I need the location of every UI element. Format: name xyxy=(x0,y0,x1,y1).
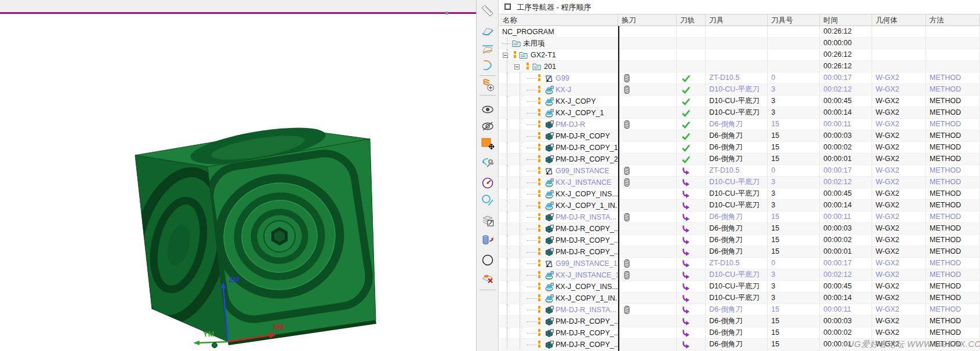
method-cell: METHOD xyxy=(926,292,980,304)
tool-change-icon xyxy=(624,166,630,177)
curve-analysis-icon[interactable] xyxy=(481,58,495,72)
gauge-icon[interactable] xyxy=(481,176,495,190)
tree-row[interactable]: PM-DJ-R_INSTA...D6-倒角刀1500:00:11W-GX2MET… xyxy=(499,211,980,223)
tree-row[interactable]: KX-J_COPY_1_IN...D10-CU-平底刀300:00:14W-GX… xyxy=(499,200,980,211)
tree-expander-minus[interactable] xyxy=(514,64,520,70)
name-cell: PM-DJ-R_COPY_1 xyxy=(499,142,618,153)
toolpath-complete-icon xyxy=(681,120,691,130)
tree-row[interactable]: KX-JD10-CU-平底刀300:02:12W-GX2METHOD xyxy=(499,84,980,96)
op-solid-icon xyxy=(545,306,554,316)
tool-change-cell xyxy=(618,142,677,153)
edit-object-display-icon[interactable] xyxy=(481,155,495,169)
tree-row[interactable]: KX-J_COPYD10-CU-平底刀300:00:45W-GX2METHOD xyxy=(499,96,980,107)
axis-label-zm: ZM xyxy=(228,275,239,284)
tree-row[interactable]: NC_PROGRAM00:26:12 xyxy=(499,26,980,38)
op-mill-icon xyxy=(545,109,554,119)
tree-row[interactable]: PM-DJ-R_COPY_...D6-倒角刀1500:00:02W-GX2MET… xyxy=(499,235,980,246)
geometry-cell xyxy=(872,49,926,61)
toolpath-repost-icon xyxy=(681,178,690,188)
tree-expander-minus[interactable] xyxy=(503,53,508,58)
column-header-7[interactable]: 方法 xyxy=(926,14,980,25)
tree-leader-dots xyxy=(527,194,536,195)
node-label: PM-DJ-R_COPY xyxy=(556,130,610,142)
tree-row[interactable]: PM-DJ-R_INSTA...D6-倒角刀1500:00:11W-GX2MET… xyxy=(499,304,980,316)
toolpath-complete-icon xyxy=(681,109,691,119)
divider-handle[interactable] xyxy=(445,12,448,14)
tool-create-icon[interactable] xyxy=(481,78,495,92)
panel-square-icon[interactable] xyxy=(504,3,511,10)
tree-row[interactable]: 20100:26:12 xyxy=(499,61,980,72)
tool-number-cell: 15 xyxy=(768,211,820,223)
column-header-1[interactable]: 换刀 xyxy=(618,14,677,25)
tree-row[interactable]: 未用项00:00:00 xyxy=(499,38,980,49)
tree-row[interactable]: GX2-T100:26:12 xyxy=(499,49,980,61)
tree-leader-dots xyxy=(527,159,536,160)
tree-row[interactable]: KX-J_COPY_INS...D10-CU-平底刀300:00:45W-GX2… xyxy=(499,188,980,200)
toolpath-status-cell xyxy=(677,200,706,211)
tree-row[interactable]: KX-J_COPY_1_IN...D10-CU-平底刀300:00:14W-GX… xyxy=(499,292,980,304)
tree-row[interactable]: G99_INSTANCE_1ZT-D10.5000:00:17W-GX2METH… xyxy=(499,258,980,269)
tree-leader-dots xyxy=(527,240,536,241)
column-header-2[interactable]: 刀轨 xyxy=(677,14,706,25)
green-part-model: ZM XM YM xyxy=(99,113,400,350)
tree-row[interactable]: KX-J_INSTANCE_1D10-CU-平底刀300:02:12W-GX2M… xyxy=(499,269,980,281)
circle-icon[interactable] xyxy=(481,253,495,267)
tree-row[interactable]: PM-DJ-R_COPY_1D6-倒角刀1500:00:02W-GX2METHO… xyxy=(499,142,980,153)
tool-cell: D6-倒角刀 xyxy=(706,142,768,153)
surface-section-icon[interactable] xyxy=(481,41,495,55)
column-header-3[interactable]: 刀具 xyxy=(706,14,768,25)
column-header-5[interactable]: 时间 xyxy=(820,14,872,25)
tree-leader-dots xyxy=(527,113,536,114)
3d-viewport[interactable]: ZM XM YM xyxy=(0,0,476,351)
show-object-icon[interactable] xyxy=(481,103,495,116)
geometry-cell: W-GX2 xyxy=(872,223,926,235)
name-cell: PM-DJ-R_COPY_2 xyxy=(499,153,618,165)
surface-analysis-icon[interactable] xyxy=(481,25,495,39)
tree-row[interactable]: G99ZT-D10.5000:00:17W-GX2METHOD xyxy=(499,72,980,84)
column-header-6[interactable]: 几何体 xyxy=(872,14,926,25)
tree-guide-line xyxy=(507,72,507,84)
tree-row[interactable]: PM-DJ-R_COPY_...D6-倒角刀1500:00:03W-GX2MET… xyxy=(499,223,980,235)
tree-row[interactable]: PM-DJ-R_COPY_...D6-倒角刀1500:00:02W-GX2MET… xyxy=(499,327,980,339)
extract-body-icon[interactable] xyxy=(481,233,495,247)
delete-body-icon[interactable] xyxy=(481,271,495,285)
tree-row[interactable]: G99_INSTANCEZT-D10.5000:00:17W-GX2METHOD xyxy=(499,165,980,177)
column-header-4[interactable]: 刀具号 xyxy=(768,14,820,25)
tree-row[interactable]: KX-J_INSTANCED10-CU-平底刀300:02:12W-GX2MET… xyxy=(499,177,980,188)
tool-number-cell: 15 xyxy=(768,304,820,316)
tool-change-cell xyxy=(618,26,677,38)
out-of-date-marker xyxy=(527,63,529,71)
toolpath-repost-icon xyxy=(681,248,690,258)
time-cell: 00:00:45 xyxy=(820,188,872,200)
edit-multiple-icon[interactable] xyxy=(481,214,495,228)
magenta-divider-line xyxy=(0,12,476,14)
column-splitter[interactable] xyxy=(618,26,619,351)
node-label: KX-J_COPY_1_IN... xyxy=(556,200,618,211)
tree-row[interactable]: PM-DJ-R_COPY_2D6-倒角刀1500:00:01W-GX2METHO… xyxy=(499,153,980,165)
move-object-icon[interactable] xyxy=(481,137,495,151)
tree-row[interactable]: PM-DJ-R_COPY_...D6-倒角刀1500:00:03W-GX2MET… xyxy=(499,316,980,327)
toolpath-repost-icon xyxy=(681,283,690,292)
column-header-0[interactable]: 名称 xyxy=(499,14,618,25)
time-cell: 00:00:11 xyxy=(820,304,872,316)
tool-cell: D6-倒角刀 xyxy=(706,211,768,223)
tool-change-cell xyxy=(618,38,677,49)
tree-row[interactable]: PM-DJ-R_COPY_...D6-倒角刀1500:00:01W-GX2MET… xyxy=(499,246,980,258)
node-label: KX-J_INSTANCE xyxy=(556,177,611,188)
tree-row[interactable]: PM-DJ-RD6-倒角刀1500:00:11W-GX2METHOD xyxy=(499,119,980,130)
circle-slash-icon[interactable] xyxy=(481,193,495,207)
tree-row[interactable]: KX-J_COPY_INS...D10-CU-平底刀300:00:45W-GX2… xyxy=(499,281,980,292)
toolpath-repost-icon xyxy=(681,213,690,223)
op-mill-icon xyxy=(545,283,554,293)
tree-leader-dots xyxy=(527,101,536,102)
node-label: 201 xyxy=(544,61,556,72)
node-label: PM-DJ-R_COPY_... xyxy=(556,223,618,235)
tool-number-cell: 15 xyxy=(768,339,820,350)
tree-row[interactable]: PM-DJ-R_COPYD6-倒角刀1500:00:03W-GX2METHOD xyxy=(499,130,980,142)
forum-watermark: UG爱好者论坛 WWW.UGSNX.COM xyxy=(848,339,980,350)
tree-row[interactable]: KX-J_COPY_1D10-CU-平底刀300:00:14W-GX2METHO… xyxy=(499,107,980,119)
ruler-icon[interactable] xyxy=(481,3,495,17)
hide-object-icon[interactable] xyxy=(481,119,495,133)
folder-icon xyxy=(532,63,541,73)
name-cell: KX-J_INSTANCE xyxy=(499,177,618,188)
